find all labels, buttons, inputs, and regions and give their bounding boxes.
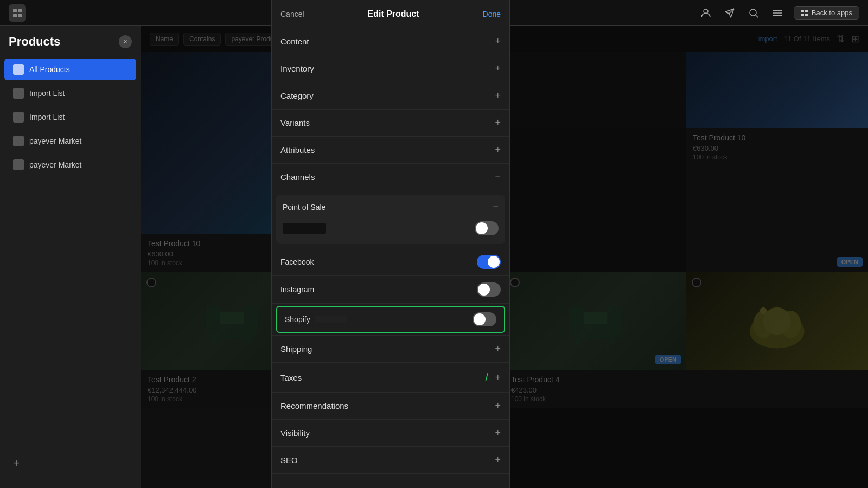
payever-market-2-icon <box>13 159 24 170</box>
svg-rect-6 <box>773 10 782 11</box>
all-products-icon <box>13 64 24 75</box>
svg-rect-8 <box>773 15 782 16</box>
section-channels: Channels − Point of Sale − <box>272 164 509 336</box>
svg-rect-7 <box>773 12 782 14</box>
section-channels-label: Channels <box>280 172 315 182</box>
pos-toggle[interactable] <box>475 221 499 235</box>
section-category-label: Category <box>280 91 314 100</box>
edit-panel-header: Cancel Edit Product Done <box>272 0 509 28</box>
add-list-button[interactable]: + <box>9 455 24 471</box>
attributes-expand-icon[interactable]: + <box>495 144 501 156</box>
svg-rect-3 <box>18 14 22 17</box>
section-shipping-label: Shipping <box>280 344 312 354</box>
taxes-expand-icon[interactable]: + <box>495 372 501 383</box>
section-visibility[interactable]: Visibility + <box>272 420 509 447</box>
seo-expand-icon[interactable]: + <box>495 454 501 466</box>
section-shipping[interactable]: Shipping + <box>272 336 509 363</box>
channel-row-shopify: Shopify <box>276 306 505 333</box>
back-to-apps-label: Back to apps <box>812 9 852 17</box>
section-attributes[interactable]: Attributes + <box>272 137 509 164</box>
pos-collapse-icon[interactable]: − <box>493 201 499 213</box>
svg-rect-9 <box>801 10 804 12</box>
section-content-label: Content <box>280 37 309 46</box>
svg-rect-10 <box>805 10 808 12</box>
import-list-2-icon <box>13 112 24 123</box>
sidebar-item-label-all-products: All Products <box>29 65 70 74</box>
section-variants[interactable]: Variants + <box>272 110 509 137</box>
sidebar-item-label-import-2: Import List <box>29 113 65 121</box>
visibility-expand-icon[interactable]: + <box>495 427 501 439</box>
done-button[interactable]: Done <box>483 10 501 18</box>
inventory-expand-icon[interactable]: + <box>495 63 501 74</box>
taxes-edit-icon[interactable]: / <box>485 370 488 384</box>
section-taxes-label: Taxes <box>280 373 302 382</box>
recommendations-expand-icon[interactable]: + <box>495 400 501 412</box>
pos-title: Point of Sale <box>283 203 326 211</box>
svg-rect-1 <box>18 9 22 12</box>
section-seo[interactable]: SEO + <box>272 447 509 474</box>
topbar-right: Back to apps <box>698 5 859 21</box>
sidebar-item-import-list-1[interactable]: Import List <box>4 82 136 104</box>
send-icon[interactable] <box>722 5 737 21</box>
pos-header: Point of Sale − <box>283 201 499 213</box>
shipping-expand-icon[interactable]: + <box>495 343 501 355</box>
channels-header[interactable]: Channels − <box>272 164 509 190</box>
section-category[interactable]: Category + <box>272 82 509 110</box>
sidebar-title: Products <box>9 35 60 49</box>
channels-content: Point of Sale − Facebook <box>272 195 509 333</box>
svg-rect-11 <box>801 14 804 16</box>
pos-toggle-knob <box>476 222 488 234</box>
instagram-toggle-knob <box>478 284 490 296</box>
search-icon[interactable] <box>746 5 761 21</box>
channel-instagram-label: Instagram <box>280 285 314 294</box>
section-recommendations-label: Recommendations <box>280 401 348 410</box>
edit-product-panel: Cancel Edit Product Done Content + Inven… <box>271 0 510 488</box>
shopify-toggle-knob <box>474 313 486 325</box>
shopify-toggle[interactable] <box>473 312 496 326</box>
svg-rect-2 <box>13 14 17 17</box>
variants-expand-icon[interactable]: + <box>495 117 501 129</box>
pos-section: Point of Sale − <box>276 195 505 244</box>
edit-panel-content: Content + Inventory + Category + Variant… <box>272 28 509 488</box>
section-attributes-label: Attributes <box>280 145 315 155</box>
section-inventory[interactable]: Inventory + <box>272 55 509 82</box>
user-icon[interactable] <box>698 5 713 21</box>
sidebar-item-import-list-2[interactable]: Import List <box>4 106 136 128</box>
facebook-toggle[interactable] <box>477 255 501 269</box>
sidebar: Products × All Products Import List Impo… <box>0 26 141 488</box>
channel-facebook-label: Facebook <box>280 258 314 266</box>
section-seo-label: SEO <box>280 455 298 465</box>
sidebar-item-all-products[interactable]: All Products <box>4 59 136 80</box>
sidebar-close-button[interactable]: × <box>119 35 132 48</box>
sidebar-header: Products × <box>0 35 141 57</box>
sidebar-item-payever-market-1[interactable]: payever Market <box>4 130 136 152</box>
import-list-1-icon <box>13 88 24 99</box>
section-taxes[interactable]: Taxes / + <box>272 363 509 393</box>
content-expand-icon[interactable]: + <box>495 36 501 47</box>
channels-collapse-icon[interactable]: − <box>495 171 501 183</box>
menu-icon[interactable] <box>770 5 785 21</box>
svg-point-5 <box>750 9 756 16</box>
section-content[interactable]: Content + <box>272 28 509 55</box>
svg-rect-0 <box>13 9 17 12</box>
sidebar-item-label-market-2: payever Market <box>29 160 81 169</box>
sidebar-bottom: + <box>0 447 141 479</box>
sidebar-item-payever-market-2[interactable]: payever Market <box>4 154 136 176</box>
category-expand-icon[interactable]: + <box>495 90 501 101</box>
payever-market-1-icon <box>13 136 24 146</box>
channel-row-facebook: Facebook <box>272 248 509 276</box>
instagram-toggle[interactable] <box>477 282 501 297</box>
cancel-button[interactable]: Cancel <box>280 10 304 18</box>
facebook-toggle-knob <box>488 256 500 268</box>
channel-shopify-label: Shopify <box>285 315 347 324</box>
app-icon[interactable] <box>9 4 26 22</box>
sidebar-item-label-market-1: payever Market <box>29 137 81 145</box>
shopify-tag <box>315 316 347 323</box>
section-recommendations[interactable]: Recommendations + <box>272 393 509 420</box>
section-variants-label: Variants <box>280 118 310 127</box>
edit-panel-title: Edit Product <box>368 9 419 19</box>
pos-toggle-label <box>283 223 326 234</box>
channel-row-instagram: Instagram <box>272 276 509 304</box>
topbar-left <box>9 4 26 22</box>
back-to-apps-button[interactable]: Back to apps <box>794 6 859 20</box>
